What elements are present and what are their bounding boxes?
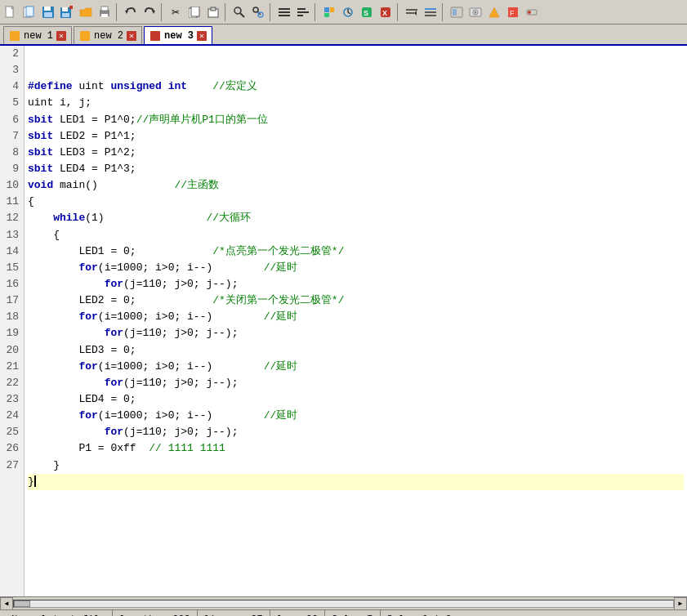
special2[interactable] xyxy=(294,3,312,21)
svg-line-37 xyxy=(348,12,350,14)
hscroll-track[interactable] xyxy=(13,600,674,608)
svg-rect-28 xyxy=(279,15,290,16)
print-button[interactable] xyxy=(96,3,114,21)
tab-new1-close[interactable]: ✕ xyxy=(56,31,66,41)
svg-marker-16 xyxy=(152,11,155,14)
sep5 xyxy=(315,3,318,21)
svg-text:X: X xyxy=(382,9,387,17)
code-editor[interactable]: #define uint unsigned int //宏定义uint i, j… xyxy=(25,46,687,596)
svg-point-56 xyxy=(528,11,531,14)
tab-new2-close[interactable]: ✕ xyxy=(127,31,136,41)
status-lines: lines : 27 xyxy=(198,610,270,616)
misc1[interactable] xyxy=(320,3,338,21)
tab-new3-close[interactable]: ✕ xyxy=(197,31,207,41)
sep4 xyxy=(270,3,273,21)
status-length: length : 682 xyxy=(113,610,197,616)
svg-rect-9 xyxy=(62,13,69,17)
tab-new1-label: new 1 xyxy=(24,30,53,42)
wrap-button[interactable] xyxy=(403,3,421,21)
line-numbers: 2345678910111213141516171819202122232425… xyxy=(0,46,25,596)
svg-rect-33 xyxy=(330,7,334,12)
svg-line-22 xyxy=(240,13,244,17)
svg-rect-18 xyxy=(191,7,199,16)
hscroll-thumb[interactable] xyxy=(14,600,30,607)
svg-rect-30 xyxy=(297,11,309,13)
save-button[interactable] xyxy=(39,3,57,21)
status-col: Col : 5 xyxy=(325,610,380,616)
svg-rect-57 xyxy=(10,31,20,41)
extra2[interactable]: F xyxy=(504,3,522,21)
format-button[interactable] xyxy=(422,3,439,21)
status-filetype: Normal text file xyxy=(5,610,113,616)
tab-new3-label: new 3 xyxy=(164,30,194,42)
snapshot-button[interactable] xyxy=(466,3,484,21)
svg-rect-58 xyxy=(80,31,90,41)
toolbar: ✂ S X F xyxy=(0,0,687,25)
open-button[interactable] xyxy=(77,3,95,21)
replace-button[interactable] xyxy=(249,3,267,21)
svg-rect-20 xyxy=(211,7,216,11)
svg-rect-32 xyxy=(324,7,329,12)
status-sel: Sel : 0 | 0 xyxy=(381,610,458,616)
copy-button[interactable] xyxy=(185,3,203,21)
sep1 xyxy=(116,3,119,21)
statusbar: Normal text file length : 682 lines : 27… xyxy=(0,609,687,616)
new-button[interactable] xyxy=(2,3,20,21)
svg-rect-59 xyxy=(150,31,160,41)
svg-marker-15 xyxy=(125,11,128,14)
svg-marker-52 xyxy=(489,7,499,17)
zoom-button[interactable] xyxy=(448,3,466,21)
svg-rect-27 xyxy=(279,11,290,13)
tab-new2[interactable]: new 2 ✕ xyxy=(74,26,142,44)
svg-rect-31 xyxy=(297,15,303,16)
editor: 2345678910111213141516171819202122232425… xyxy=(0,46,687,596)
save-all-button[interactable] xyxy=(58,3,76,21)
svg-rect-5 xyxy=(44,7,51,11)
special1[interactable] xyxy=(275,3,293,21)
sep2 xyxy=(161,3,164,21)
svg-rect-3 xyxy=(26,7,33,16)
sep3 xyxy=(225,3,228,21)
svg-rect-8 xyxy=(62,7,68,11)
svg-rect-29 xyxy=(297,8,306,10)
svg-rect-10 xyxy=(69,6,73,9)
hscrollbar: ◀ ▶ xyxy=(0,596,687,609)
misc3[interactable]: S xyxy=(358,3,376,21)
redo-button[interactable] xyxy=(141,3,158,21)
misc2[interactable] xyxy=(339,3,357,21)
hscroll-right[interactable]: ▶ xyxy=(674,597,687,610)
new-button2[interactable] xyxy=(20,3,38,21)
svg-rect-48 xyxy=(453,9,457,16)
undo-button[interactable] xyxy=(122,3,140,21)
svg-point-21 xyxy=(234,7,241,14)
svg-point-51 xyxy=(475,11,477,13)
tab-bar: new 1 ✕ new 2 ✕ new 3 ✕ xyxy=(0,25,687,46)
paste-button[interactable] xyxy=(204,3,222,21)
svg-marker-11 xyxy=(80,8,91,16)
svg-text:F: F xyxy=(510,9,515,17)
svg-rect-26 xyxy=(279,8,290,10)
svg-rect-6 xyxy=(44,12,52,17)
find-button[interactable] xyxy=(230,3,248,21)
tab-new2-label: new 2 xyxy=(94,30,123,42)
extra3[interactable] xyxy=(523,3,541,21)
svg-rect-13 xyxy=(101,7,108,11)
hscroll-left[interactable]: ◀ xyxy=(0,597,13,610)
sep6 xyxy=(397,3,400,21)
svg-text:S: S xyxy=(364,9,368,17)
extra1[interactable] xyxy=(485,3,503,21)
tab-new1[interactable]: new 1 ✕ xyxy=(3,26,72,44)
svg-rect-14 xyxy=(101,14,108,17)
cut-button[interactable]: ✂ xyxy=(167,3,185,21)
sep7 xyxy=(442,3,445,21)
misc4[interactable]: X xyxy=(377,3,395,21)
svg-rect-34 xyxy=(324,13,329,17)
status-position: ln : 26 xyxy=(270,610,325,616)
tab-new3[interactable]: new 3 ✕ xyxy=(144,26,212,44)
